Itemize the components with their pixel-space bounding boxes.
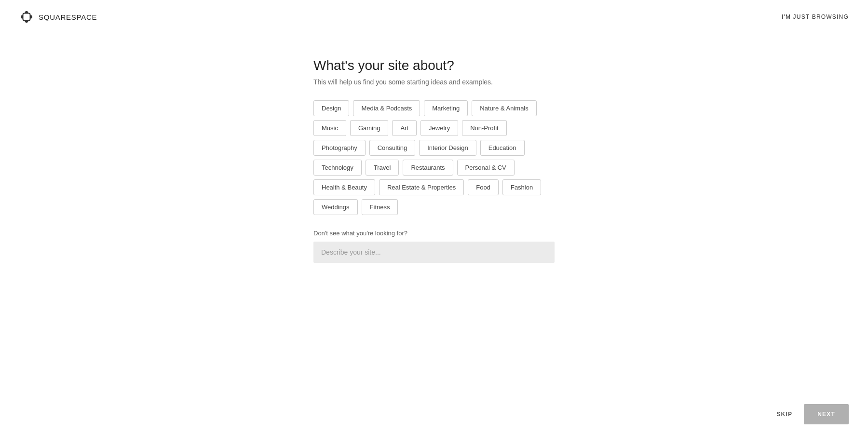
tag-weddings[interactable]: Weddings [313, 199, 358, 215]
tag-gaming[interactable]: Gaming [350, 120, 389, 136]
page-subtitle: This will help us find you some starting… [313, 78, 555, 86]
tag-art[interactable]: Art [392, 120, 417, 136]
logo-text: SQUARESPACE [39, 13, 97, 21]
describe-label: Don't see what you're looking for? [313, 230, 555, 237]
tag-technology[interactable]: Technology [313, 160, 362, 176]
tag-jewelry[interactable]: Jewelry [420, 120, 458, 136]
tag-fitness[interactable]: Fitness [362, 199, 398, 215]
tag-real-estate[interactable]: Real Estate & Properties [379, 179, 464, 195]
describe-section: Don't see what you're looking for? [313, 230, 555, 263]
main-content: What's your site about? This will help u… [0, 0, 868, 263]
tag-health-beauty[interactable]: Health & Beauty [313, 179, 375, 195]
tag-marketing[interactable]: Marketing [424, 100, 468, 116]
tag-food[interactable]: Food [468, 179, 499, 195]
tag-personal-cv[interactable]: Personal & CV [457, 160, 515, 176]
tag-interior-design[interactable]: Interior Design [419, 140, 476, 156]
tag-music[interactable]: Music [313, 120, 346, 136]
tag-nature-animals[interactable]: Nature & Animals [472, 100, 536, 116]
skip-button[interactable]: SKIP [765, 404, 804, 424]
footer: SKIP NEXT [0, 394, 868, 434]
squarespace-logo-icon [19, 10, 34, 24]
content-wrapper: What's your site about? This will help u… [313, 58, 555, 263]
describe-input[interactable] [313, 242, 555, 263]
browsing-link[interactable]: I'M JUST BROWSING [782, 14, 849, 20]
categories-container: Design Media & Podcasts Marketing Nature… [313, 100, 555, 215]
tag-media-podcasts[interactable]: Media & Podcasts [353, 100, 420, 116]
tag-consulting[interactable]: Consulting [369, 140, 415, 156]
tag-education[interactable]: Education [480, 140, 525, 156]
logo[interactable]: SQUARESPACE [19, 10, 97, 24]
tag-non-profit[interactable]: Non-Profit [462, 120, 507, 136]
tag-travel[interactable]: Travel [366, 160, 399, 176]
next-button[interactable]: NEXT [804, 404, 849, 424]
header: SQUARESPACE I'M JUST BROWSING [0, 0, 868, 34]
tag-fashion[interactable]: Fashion [502, 179, 541, 195]
tag-restaurants[interactable]: Restaurants [403, 160, 453, 176]
tag-design[interactable]: Design [313, 100, 349, 116]
tag-photography[interactable]: Photography [313, 140, 366, 156]
page-title: What's your site about? [313, 58, 555, 73]
